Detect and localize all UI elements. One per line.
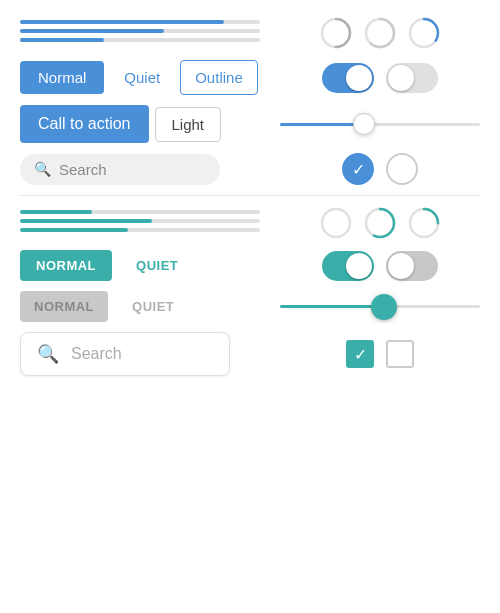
cta-row: Call to action Light — [20, 105, 480, 143]
buttons-left-3: NORMAL QUIET — [20, 291, 280, 322]
normal-teal-button[interactable]: NORMAL — [20, 250, 112, 281]
progress-row — [20, 16, 480, 50]
search-row-1: 🔍 Search ✓ — [20, 153, 480, 185]
progress-bar-group-2 — [20, 210, 260, 237]
slider-fill-1 — [280, 123, 364, 126]
slider-1[interactable] — [280, 109, 480, 139]
buttons-left-1: Normal Quiet Outline — [20, 60, 280, 95]
cta-left: Call to action Light — [20, 105, 280, 143]
radio-4[interactable] — [319, 206, 353, 240]
progress-bars-col-2 — [20, 210, 280, 237]
radio-1[interactable] — [319, 16, 353, 50]
slider-thumb-1[interactable] — [353, 113, 375, 135]
check-icon-2: ✓ — [354, 345, 367, 364]
buttons-left-2: NORMAL QUIET — [20, 250, 280, 281]
slider-fill-2 — [280, 305, 384, 308]
progress-row-2 — [20, 206, 480, 240]
progress-fill-1 — [20, 20, 224, 24]
checkbox-checked-1[interactable]: ✓ — [342, 153, 374, 185]
radios-2 — [319, 206, 441, 240]
toggles-right-2 — [280, 251, 480, 281]
slider-right-1 — [280, 109, 480, 139]
progress-fill-5 — [20, 219, 152, 223]
toggle-knob-1 — [346, 65, 372, 91]
check-right-1: ✓ — [280, 153, 480, 185]
section-2: NORMAL QUIET NORMAL QUIET — [20, 206, 480, 376]
check-right-2: ✓ — [280, 340, 480, 368]
quiet-gray-button[interactable]: QUIET — [120, 291, 186, 322]
section-divider — [20, 195, 480, 196]
button-row-3: NORMAL QUIET — [20, 291, 480, 322]
toggle-knob-2 — [388, 65, 414, 91]
checkbox-empty-sq[interactable] — [386, 340, 414, 368]
progress-track-6 — [20, 228, 260, 232]
radio-3[interactable] — [407, 16, 441, 50]
slider-right-2 — [280, 292, 480, 322]
quiet-teal-button[interactable]: QUIET — [124, 250, 190, 281]
search-left-2: 🔍 Search — [20, 332, 280, 376]
search-icon-1: 🔍 — [34, 161, 51, 177]
toggle-knob-4 — [388, 253, 414, 279]
toggle-knob-3 — [346, 253, 372, 279]
checkbox-empty-1[interactable] — [386, 153, 418, 185]
toggle-teal-on[interactable] — [322, 251, 374, 281]
slider-track-1 — [280, 123, 480, 126]
search-left-1: 🔍 Search — [20, 154, 280, 185]
radio-group-1 — [280, 16, 480, 50]
slider-2[interactable] — [280, 292, 480, 322]
cta-button[interactable]: Call to action — [20, 105, 149, 143]
button-row-1: Normal Quiet Outline — [20, 60, 480, 95]
toggles-right-1 — [280, 63, 480, 93]
toggle-off-1[interactable] — [386, 63, 438, 93]
progress-track-5 — [20, 219, 260, 223]
progress-track-3 — [20, 38, 260, 42]
radios-1 — [319, 16, 441, 50]
light-button[interactable]: Light — [155, 107, 222, 142]
button-row-2: NORMAL QUIET — [20, 250, 480, 281]
radio-5[interactable] — [363, 206, 397, 240]
slider-thumb-2[interactable] — [371, 294, 397, 320]
search-placeholder-2: Search — [71, 345, 122, 363]
progress-bar-group — [20, 20, 260, 47]
normal-gray-button[interactable]: NORMAL — [20, 291, 108, 322]
radio-group-2 — [280, 206, 480, 240]
radio-6[interactable] — [407, 206, 441, 240]
svg-point-6 — [322, 209, 350, 237]
check-icon-1: ✓ — [352, 160, 365, 179]
progress-bars-col — [20, 20, 280, 47]
main-container: Normal Quiet Outline Call to action Ligh… — [0, 0, 500, 402]
normal-button[interactable]: Normal — [20, 61, 104, 94]
progress-fill-6 — [20, 228, 128, 232]
toggle-teal-off[interactable] — [386, 251, 438, 281]
progress-fill-2 — [20, 29, 164, 33]
toggle-on-1[interactable] — [322, 63, 374, 93]
outline-button[interactable]: Outline — [180, 60, 258, 95]
progress-track-2 — [20, 29, 260, 33]
progress-fill-4 — [20, 210, 92, 214]
search-placeholder-1: Search — [59, 161, 107, 178]
progress-track-1 — [20, 20, 260, 24]
checkbox-teal-checked[interactable]: ✓ — [346, 340, 374, 368]
slider-track-2 — [280, 305, 480, 308]
search-row-2: 🔍 Search ✓ — [20, 332, 480, 376]
progress-fill-3 — [20, 38, 104, 42]
search-input-2[interactable]: 🔍 Search — [20, 332, 230, 376]
radio-2[interactable] — [363, 16, 397, 50]
section-1: Normal Quiet Outline Call to action Ligh… — [20, 16, 480, 185]
progress-track-4 — [20, 210, 260, 214]
search-input-1[interactable]: 🔍 Search — [20, 154, 220, 185]
search-icon-2: 🔍 — [37, 343, 59, 365]
quiet-button[interactable]: Quiet — [112, 61, 172, 94]
